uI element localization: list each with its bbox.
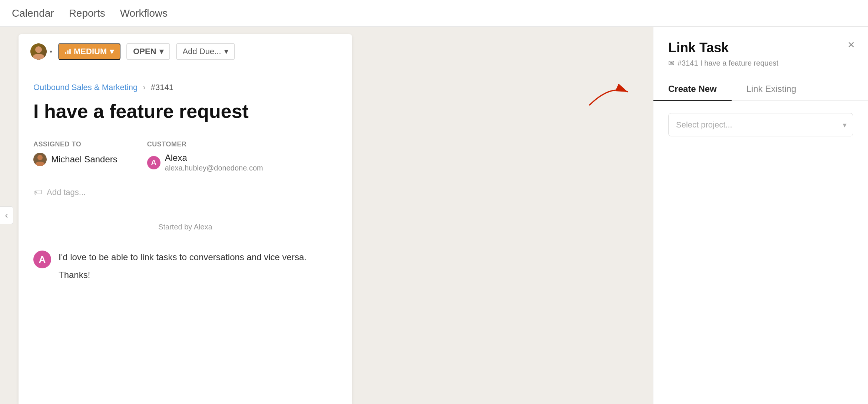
arrow-annotation xyxy=(586,79,631,108)
tag-icon: 🏷 xyxy=(33,187,42,198)
top-navigation: Calendar Reports Workflows xyxy=(0,0,868,27)
main-layout: ‹ ▾ MEDIUM ▾ xyxy=(0,27,868,404)
panel-toggle-button[interactable]: ‹ xyxy=(0,206,13,224)
nav-item-calendar[interactable]: Calendar xyxy=(12,7,54,19)
customer-section: CUSTOMER A Alexa alexa.hubley@donedone.c… xyxy=(147,140,263,172)
assigned-to-section: ASSIGNED TO Michael Sanders xyxy=(33,140,117,172)
bar3 xyxy=(69,49,71,54)
link-task-header: × Link Task ✉ #3141 I have a feature req… xyxy=(653,27,868,78)
assignee-small-avatar xyxy=(33,153,47,166)
add-due-label: Add Due... xyxy=(183,47,221,56)
customer-label: CUSTOMER xyxy=(147,140,263,148)
commenter-avatar: A xyxy=(33,251,51,268)
comment-content: I'd love to be able to link tasks to con… xyxy=(59,251,337,286)
select-project-dropdown[interactable]: Select project... xyxy=(668,113,853,136)
breadcrumb-project-link[interactable]: Outbound Sales & Marketing xyxy=(33,83,138,92)
ticket-body: Outbound Sales & Marketing › #3141 I hav… xyxy=(19,69,352,211)
customer-info: Alexa alexa.hubley@donedone.com xyxy=(165,153,263,172)
bar2 xyxy=(67,50,69,54)
bar1 xyxy=(65,52,66,54)
link-task-panel: × Link Task ✉ #3141 I have a feature req… xyxy=(653,27,868,404)
envelope-icon: ✉ xyxy=(668,59,675,67)
status-dropdown-arrow: ▾ xyxy=(159,47,163,56)
nav-item-workflows[interactable]: Workflows xyxy=(120,7,168,19)
link-task-tabs: Create New Link Existing xyxy=(653,78,868,101)
link-task-title: Link Task xyxy=(668,40,853,56)
priority-label: MEDIUM xyxy=(74,47,107,56)
status-label: OPEN xyxy=(133,47,156,56)
ticket-toolbar: ▾ MEDIUM ▾ OPEN ▾ Add Due... ▾ xyxy=(19,34,352,69)
customer-value: A Alexa alexa.hubley@donedone.com xyxy=(147,153,263,172)
tab-link-existing[interactable]: Link Existing xyxy=(732,78,811,101)
assignee-avatar-image xyxy=(30,43,47,60)
comment-area: A I'd love to be able to link tasks to c… xyxy=(19,243,352,301)
chevron-left-icon: ‹ xyxy=(5,210,8,221)
close-button[interactable]: × xyxy=(848,39,855,50)
breadcrumb: Outbound Sales & Marketing › #3141 xyxy=(33,83,337,92)
assignee-avatar-button[interactable] xyxy=(30,43,47,60)
priority-button[interactable]: MEDIUM ▾ xyxy=(58,43,120,60)
tab-create-new[interactable]: Create New xyxy=(653,78,732,101)
add-due-button[interactable]: Add Due... ▾ xyxy=(176,43,235,60)
comment-text-2: Thanks! xyxy=(59,268,337,282)
breadcrumb-separator: › xyxy=(143,83,145,92)
content-area: ▾ MEDIUM ▾ OPEN ▾ Add Due... ▾ xyxy=(0,27,868,404)
link-task-body: Select project... xyxy=(653,101,868,404)
status-button[interactable]: OPEN ▾ xyxy=(126,43,170,60)
ticket-meta: ASSIGNED TO Michael Sanders CUSTOMER A A… xyxy=(33,140,337,172)
comment-text-1: I'd love to be able to link tasks to con… xyxy=(59,251,337,264)
assignee-dropdown-arrow[interactable]: ▾ xyxy=(50,49,52,54)
assigned-to-value: Michael Sanders xyxy=(33,153,117,166)
comment-row: A I'd love to be able to link tasks to c… xyxy=(33,251,337,286)
add-due-dropdown-arrow: ▾ xyxy=(224,47,228,56)
nav-item-reports[interactable]: Reports xyxy=(69,7,105,19)
add-tags-button[interactable]: Add tags... xyxy=(47,188,86,197)
ticket-title: I have a feature request xyxy=(33,100,337,123)
priority-icon xyxy=(65,49,71,54)
select-project-wrapper: Select project... xyxy=(668,113,853,136)
ticket-panel: ▾ MEDIUM ▾ OPEN ▾ Add Due... ▾ xyxy=(19,34,352,404)
started-by-divider: Started by Alexa xyxy=(19,223,352,231)
link-task-subtitle: ✉ #3141 I have a feature request xyxy=(668,59,853,67)
tags-row: 🏷 Add tags... xyxy=(33,187,337,198)
customer-avatar: A xyxy=(147,156,160,169)
customer-name: Alexa xyxy=(165,153,263,163)
priority-dropdown-arrow: ▾ xyxy=(110,47,114,56)
customer-email: alexa.hubley@donedone.com xyxy=(165,164,263,172)
link-task-issue-ref: #3141 I have a feature request xyxy=(677,59,778,67)
assigned-to-label: ASSIGNED TO xyxy=(33,140,117,148)
breadcrumb-issue-id: #3141 xyxy=(151,83,173,92)
started-by-text: Started by Alexa xyxy=(158,223,212,231)
assignee-name: Michael Sanders xyxy=(51,154,117,165)
